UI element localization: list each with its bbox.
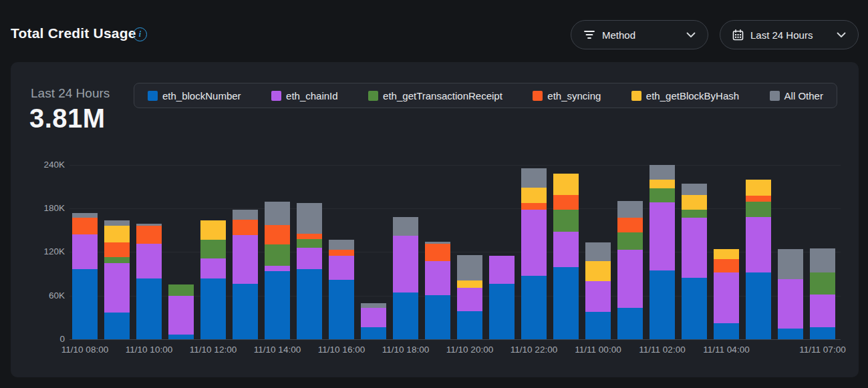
bar[interactable]: [714, 249, 739, 339]
bar-segment[interactable]: [72, 234, 98, 269]
bar-segment[interactable]: [810, 272, 835, 295]
bar-segment[interactable]: [682, 184, 707, 195]
bar-segment[interactable]: [104, 220, 130, 226]
bar[interactable]: [361, 303, 386, 339]
bar-segment[interactable]: [233, 220, 258, 235]
bar-segment[interactable]: [104, 242, 130, 257]
bar[interactable]: [746, 180, 771, 339]
bar-segment[interactable]: [617, 232, 643, 250]
bar-segment[interactable]: [585, 242, 611, 261]
bar-segment[interactable]: [714, 323, 739, 339]
bar-segment[interactable]: [72, 218, 98, 234]
bar-segment[interactable]: [361, 303, 386, 308]
bar[interactable]: [457, 255, 482, 339]
bar-segment[interactable]: [810, 327, 835, 339]
bar[interactable]: [489, 256, 515, 339]
bar-segment[interactable]: [778, 329, 803, 339]
bar[interactable]: [104, 220, 130, 339]
bar-segment[interactable]: [617, 250, 643, 308]
bar-segment[interactable]: [393, 217, 418, 236]
bar-segment[interactable]: [553, 210, 579, 232]
bar-segment[interactable]: [810, 295, 835, 327]
bar-segment[interactable]: [425, 261, 450, 295]
bar-segment[interactable]: [553, 267, 579, 339]
bar-segment[interactable]: [457, 288, 482, 311]
bar[interactable]: [329, 240, 354, 339]
bar-segment[interactable]: [649, 165, 675, 180]
bar-segment[interactable]: [425, 295, 450, 339]
bar-segment[interactable]: [489, 256, 515, 284]
bar[interactable]: [585, 242, 611, 339]
bar[interactable]: [233, 210, 258, 339]
bar[interactable]: [778, 249, 803, 339]
bar-segment[interactable]: [617, 308, 643, 339]
bar-segment[interactable]: [585, 261, 611, 281]
bar-segment[interactable]: [585, 281, 611, 312]
bar-segment[interactable]: [649, 202, 675, 270]
bar-segment[interactable]: [297, 269, 322, 339]
bar-segment[interactable]: [104, 226, 130, 242]
bar[interactable]: [682, 184, 707, 339]
bar[interactable]: [553, 174, 579, 339]
bar-segment[interactable]: [168, 296, 194, 335]
bar-segment[interactable]: [104, 263, 130, 313]
bar-segment[interactable]: [168, 335, 194, 339]
bar-segment[interactable]: [714, 272, 739, 323]
bar-segment[interactable]: [265, 202, 290, 225]
info-icon[interactable]: i: [133, 27, 147, 41]
bar-segment[interactable]: [457, 255, 482, 280]
bar-segment[interactable]: [425, 244, 450, 261]
bar-segment[interactable]: [393, 236, 418, 293]
bar-segment[interactable]: [521, 188, 547, 203]
bar[interactable]: [393, 217, 418, 339]
bar-segment[interactable]: [778, 249, 803, 279]
bar-segment[interactable]: [617, 201, 643, 218]
bar[interactable]: [521, 168, 547, 339]
bar-segment[interactable]: [682, 195, 707, 210]
bar-segment[interactable]: [553, 232, 579, 267]
bar-segment[interactable]: [233, 235, 258, 284]
bar-segment[interactable]: [297, 248, 322, 269]
bar-segment[interactable]: [329, 256, 354, 280]
bar-segment[interactable]: [136, 278, 162, 339]
bar-segment[interactable]: [714, 249, 739, 259]
bar-segment[interactable]: [682, 218, 707, 278]
bar-segment[interactable]: [489, 284, 515, 339]
bar-segment[interactable]: [810, 248, 835, 272]
bar-segment[interactable]: [200, 240, 226, 258]
bar-segment[interactable]: [265, 266, 290, 271]
bar-segment[interactable]: [136, 244, 162, 278]
bar[interactable]: [168, 284, 194, 339]
bar-segment[interactable]: [746, 180, 771, 196]
bar-segment[interactable]: [329, 280, 354, 339]
bar-segment[interactable]: [104, 313, 130, 339]
bar-segment[interactable]: [553, 174, 579, 195]
bar[interactable]: [136, 224, 162, 339]
bar-segment[interactable]: [553, 195, 579, 210]
bar-segment[interactable]: [361, 308, 386, 327]
bar[interactable]: [617, 201, 643, 339]
bar-segment[interactable]: [136, 226, 162, 244]
bar-segment[interactable]: [104, 257, 130, 263]
bar-segment[interactable]: [457, 311, 482, 339]
bar-segment[interactable]: [329, 250, 354, 256]
bar-segment[interactable]: [200, 258, 226, 278]
legend-item[interactable]: eth_syncing: [533, 90, 601, 102]
bar[interactable]: [810, 248, 835, 339]
bar[interactable]: [200, 220, 226, 339]
bar-segment[interactable]: [457, 280, 482, 288]
bar-segment[interactable]: [649, 180, 675, 188]
bar-segment[interactable]: [297, 239, 322, 248]
bar[interactable]: [72, 213, 98, 339]
method-dropdown[interactable]: Method: [571, 20, 708, 49]
bar-segment[interactable]: [714, 259, 739, 272]
bar-segment[interactable]: [521, 210, 547, 276]
bar[interactable]: [649, 165, 675, 339]
bar-segment[interactable]: [265, 244, 290, 266]
bar-segment[interactable]: [72, 213, 98, 218]
bar-segment[interactable]: [521, 168, 547, 188]
bar-segment[interactable]: [746, 217, 771, 272]
bar-segment[interactable]: [585, 312, 611, 339]
bar-segment[interactable]: [72, 269, 98, 339]
date-range-dropdown[interactable]: Last 24 Hours: [720, 20, 859, 49]
